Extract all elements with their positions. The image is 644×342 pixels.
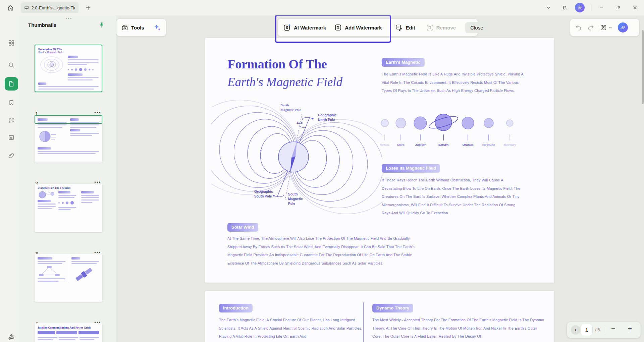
save-button[interactable]: [600, 24, 612, 31]
thumb1-subtitle: Earth's Magnetic Field: [38, 51, 99, 54]
sidebar-item-comments[interactable]: [5, 113, 18, 127]
sidebar-item-themes[interactable]: [5, 330, 18, 342]
para-loses-field: If These Rays Reach The Earth Without Ob…: [382, 176, 524, 217]
badge-introduction: Introduction: [219, 304, 253, 312]
plus-icon: [85, 5, 91, 11]
dropdown-button[interactable]: [543, 3, 553, 13]
ai-assistant-icon: [620, 24, 626, 31]
sidebar-item-grid[interactable]: [5, 36, 18, 50]
badge-solar-wind: Solar Wind: [227, 223, 258, 232]
angle-arc: [300, 126, 306, 128]
badge-dynamo-theory: Dynamo Theory: [372, 304, 413, 312]
restore-icon: [615, 5, 621, 10]
column-divider: [363, 302, 364, 342]
thumbnails-panel: ••• Thumbnails Formation Of The Earth's …: [19, 15, 116, 342]
edit-watermark-button[interactable]: Edit: [395, 24, 415, 32]
sidebar-item-fields[interactable]: [5, 131, 18, 144]
watermark-toolbar: AI Watermark Add Watermark Edit Remove C…: [278, 19, 478, 36]
planet-jupiter: Jupiter: [414, 117, 427, 147]
tools-box-icon: [121, 24, 128, 31]
new-tab-button[interactable]: [83, 3, 93, 13]
sidebar-rail: [0, 15, 19, 342]
document-page-1[interactable]: Formation Of The Earth's Magnetic Field: [205, 38, 554, 283]
sidebar-item-thumbnails[interactable]: [5, 77, 18, 91]
total-pages-label: / 5: [595, 327, 600, 332]
ai-watermark-button[interactable]: AI Watermark: [283, 23, 326, 32]
thumb4-satellite-diagram: [71, 266, 96, 283]
remove-label: Remove: [436, 25, 456, 31]
document-scrollbar[interactable]: [642, 30, 644, 104]
close-tool-button[interactable]: Close: [465, 22, 488, 33]
thumb2-hemisphere-diagram: [38, 129, 58, 144]
thumbnail-preview-1: Formation Of The Earth's Magnetic Field: [35, 45, 102, 92]
tools-container: Tools: [116, 19, 166, 36]
remove-watermark-button[interactable]: Remove: [426, 24, 456, 32]
paperclip-icon: [8, 152, 15, 159]
sidebar-item-bookmarks[interactable]: [5, 96, 18, 109]
document-tab[interactable]: 2.0-Earth's-...gnetic-Field: [21, 2, 78, 13]
label-north-magnetic-pole: North Magnetic Pole: [280, 103, 301, 112]
thumbnail-1-menu[interactable]: •••: [94, 110, 101, 115]
badge-loses-field: Loses Its Magnetic Field: [382, 164, 440, 173]
svg-text:Saturn: Saturn: [438, 143, 448, 147]
ai-watermark-label: AI Watermark: [294, 25, 326, 31]
edit-label: Edit: [406, 25, 415, 31]
panel-drag-handle[interactable]: •••: [59, 16, 79, 20]
undo-button[interactable]: [575, 24, 582, 31]
bell-icon: [561, 5, 568, 11]
form-card-icon: [8, 134, 15, 141]
doc-title-line1: Formation Of The: [227, 57, 327, 71]
pin-button[interactable]: [98, 21, 106, 30]
doc-title-line2: Earth's Magnetic Field: [227, 75, 342, 89]
document-tab-title: 2.0-Earth's-...gnetic-Field: [31, 5, 75, 10]
current-page-input[interactable]: 1: [581, 324, 592, 336]
planets-size-chart: Venus Mars Jupiter Saturn Uranus Neptune: [376, 112, 517, 150]
planet-uranus: Uranus: [462, 117, 474, 147]
svg-text:Uranus: Uranus: [463, 143, 474, 147]
zoom-out-button[interactable]: −: [611, 325, 615, 333]
close-window-button[interactable]: [630, 3, 640, 13]
document-tab-icon: [24, 5, 29, 10]
save-icon: [600, 24, 607, 31]
redo-button[interactable]: [587, 24, 594, 31]
thumbnail-page-3[interactable]: Evidence For The Theories: [35, 184, 102, 232]
add-watermark-button[interactable]: Add Watermark: [334, 23, 382, 32]
search-icon: [8, 62, 15, 68]
thumbnail-page-4[interactable]: [35, 254, 102, 302]
page-icon: [8, 80, 15, 87]
titlebar-separator: [591, 5, 591, 11]
badge-earths-magnetic: Earth's Magnetic: [382, 58, 425, 67]
previous-page-button[interactable]: ‹: [571, 325, 580, 335]
notifications-button[interactable]: [559, 3, 570, 13]
thumb3-network-diagram: [38, 190, 56, 199]
user-avatar[interactable]: 麦: [575, 3, 585, 12]
thumbnail-page-5[interactable]: Satellite Communications And Power Grids: [35, 323, 102, 342]
sidebar-item-search[interactable]: [5, 58, 18, 72]
planet-saturn: Saturn: [428, 114, 459, 147]
add-watermark-label: Add Watermark: [345, 25, 382, 31]
ai-assistant-button[interactable]: [618, 22, 628, 33]
thumb1-title: Formation Of The: [38, 48, 99, 51]
window-title-bar: 2.0-Earth's-...gnetic-Field 麦: [0, 0, 644, 15]
svg-text:Mercury: Mercury: [504, 143, 517, 147]
para-earths-magnetic: The Earth's Magnetic Field Is Like A Hug…: [382, 70, 524, 95]
tools-button[interactable]: Tools: [121, 24, 144, 31]
document-page-2[interactable]: Introduction The Earth's Magnetic Field,…: [205, 291, 554, 342]
ai-sparkles-icon[interactable]: [153, 23, 161, 32]
zoom-in-button[interactable]: +: [628, 325, 632, 333]
label-geographic-north-pole: Geographic North Pole: [318, 113, 337, 122]
label-angle: 11.5: [297, 120, 303, 125]
planet-neptune: Neptune: [482, 118, 495, 147]
thumbnail-page-1[interactable]: Formation Of The Earth's Magnetic Field: [35, 45, 102, 92]
sidebar-item-attachments[interactable]: [5, 149, 18, 162]
ai-watermark-icon: [283, 23, 291, 32]
label-geographic-south-pole: Geographic South Pole: [254, 189, 273, 199]
pagenav-divider: [606, 327, 606, 333]
home-button[interactable]: [5, 3, 15, 13]
panel-title: Thumbnails: [28, 22, 56, 28]
thumb3-title: Evidence For The Theories: [38, 186, 99, 189]
minimize-button[interactable]: [596, 3, 606, 13]
maximize-button[interactable]: [613, 3, 623, 13]
comment-icon: [8, 117, 15, 124]
planet-venus: Venus: [380, 119, 389, 147]
